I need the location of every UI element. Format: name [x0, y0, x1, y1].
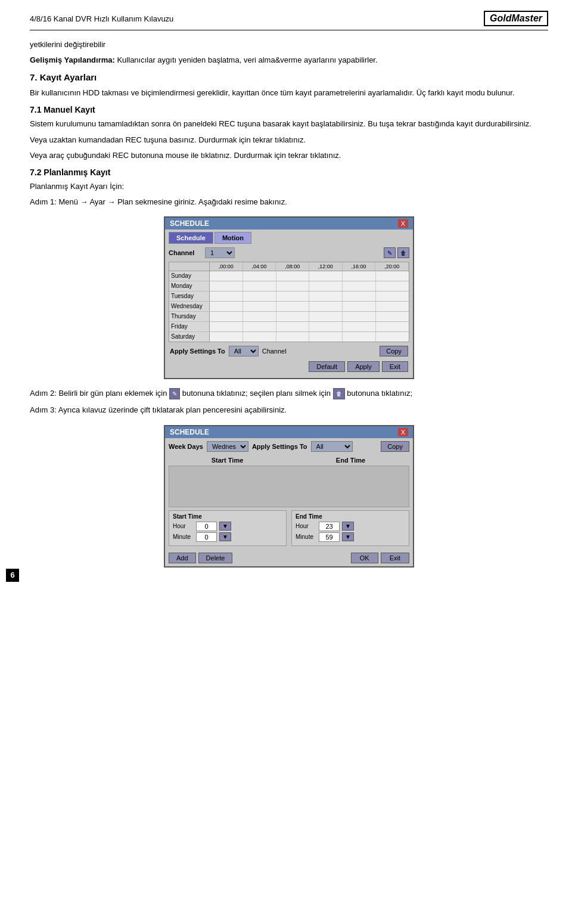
cell[interactable] — [210, 271, 243, 281]
cell[interactable] — [210, 292, 243, 301]
step1-text: Adım 1: Menü → Ayar → Plan sekmesine gir… — [30, 196, 548, 208]
apply-button[interactable]: Apply — [347, 361, 380, 372]
cell[interactable] — [276, 312, 310, 321]
schedule-tabs: Schedule Motion — [165, 230, 413, 244]
default-button[interactable]: Default — [309, 361, 345, 372]
delete-button[interactable]: Delete — [198, 553, 233, 563]
channel-select[interactable]: 1 — [205, 247, 235, 258]
cell[interactable] — [376, 271, 409, 281]
end-minute-value: 59 — [319, 532, 340, 542]
cell[interactable] — [210, 281, 243, 291]
end-minute-label: Minute — [296, 534, 316, 540]
day-saturday: Saturday — [169, 332, 210, 342]
cell[interactable] — [210, 332, 243, 342]
cell[interactable] — [309, 322, 343, 331]
tab-motion[interactable]: Motion — [214, 232, 251, 244]
time-label-0: ,00:00 — [210, 262, 243, 271]
start-hour-spin[interactable]: ▼ — [219, 522, 231, 531]
bottom-buttons-1: Default Apply Exit — [169, 359, 409, 374]
step3-block: Adım 3: Ayrıca kılavuz üzerinde çift tık… — [30, 404, 548, 416]
cell[interactable] — [343, 281, 376, 291]
channel-label: Channel — [169, 249, 201, 256]
cell[interactable] — [243, 322, 276, 331]
subsection71-p2: Veya uzaktan kumandadan REC tuşuna basın… — [30, 134, 548, 146]
sched2-top-row: Week Days Wednesda Apply Settings To All… — [165, 438, 413, 455]
add-button[interactable]: Add — [169, 553, 196, 563]
edit-icon[interactable]: ✎ — [384, 247, 396, 258]
day-sunday: Sunday — [169, 271, 210, 281]
exit-button-2[interactable]: Exit — [381, 553, 409, 563]
copy-button-2[interactable]: Copy — [381, 441, 409, 452]
schedule-close-btn-1[interactable]: X — [398, 219, 408, 228]
tab-schedule[interactable]: Schedule — [169, 232, 213, 244]
cell[interactable] — [309, 302, 343, 311]
copy-button-1[interactable]: Copy — [380, 346, 408, 356]
cell[interactable] — [243, 332, 276, 342]
cell[interactable] — [343, 312, 376, 321]
cell[interactable] — [276, 332, 310, 342]
step2-block: Adım 2: Belirli bir gün planı eklemek iç… — [30, 387, 548, 399]
cell[interactable] — [309, 281, 343, 291]
cell[interactable] — [243, 292, 276, 301]
section7-text: Bir kullanıcının HDD takması ve biçimlen… — [30, 87, 548, 99]
start-time-col: Start Time — [169, 457, 286, 464]
cell[interactable] — [309, 332, 343, 342]
cell[interactable] — [210, 302, 243, 311]
apply-settings-select[interactable]: All — [229, 346, 259, 356]
schedule-title-2: SCHEDULE — [170, 428, 209, 436]
end-hour-spin[interactable]: ▼ — [342, 522, 354, 531]
cell[interactable] — [276, 281, 310, 291]
schedule-close-btn-2[interactable]: X — [398, 428, 408, 436]
cell[interactable] — [276, 271, 310, 281]
header-title: 4/8/16 Kanal DVR Hızlı Kullanım Kılavuzu — [30, 14, 173, 23]
cell[interactable] — [343, 302, 376, 311]
delete-icon[interactable]: 🗑 — [397, 247, 409, 258]
cell[interactable] — [343, 271, 376, 281]
channel-text: Channel — [262, 348, 287, 355]
cell[interactable] — [376, 332, 409, 342]
cell[interactable] — [376, 312, 409, 321]
time-label-5: ,20:00 — [375, 262, 409, 271]
cell[interactable] — [243, 281, 276, 291]
cell[interactable] — [376, 292, 409, 301]
cell[interactable] — [376, 302, 409, 311]
cell[interactable] — [210, 322, 243, 331]
schedule-body-1: Channel 1 ✎ 🗑 ,00:00 ,04:00 ,08:00 — [165, 244, 413, 378]
schedule-title-1: SCHEDULE — [170, 219, 209, 228]
exit-button-1[interactable]: Exit — [382, 361, 408, 372]
cell[interactable] — [276, 292, 310, 301]
cell[interactable] — [276, 322, 310, 331]
end-hour-value: 23 — [319, 522, 340, 531]
cell[interactable] — [309, 271, 343, 281]
cell[interactable] — [276, 302, 310, 311]
apply-settings-select-2[interactable]: All — [311, 441, 353, 452]
subsection72-text: Planlanmış Kayıt Ayarı İçin: — [30, 181, 548, 193]
cell[interactable] — [309, 292, 343, 301]
end-hour-label: Hour — [296, 523, 316, 529]
cell[interactable] — [343, 292, 376, 301]
subsection71-p1: Sistem kurulumunu tamamladıktan sonra ön… — [30, 118, 548, 130]
cell[interactable] — [309, 312, 343, 321]
grid-row-saturday: Saturday — [169, 332, 409, 342]
cell[interactable] — [376, 281, 409, 291]
step2-after: butonuna tıklatınız; — [347, 389, 412, 398]
cell[interactable] — [376, 322, 409, 331]
cell[interactable] — [210, 312, 243, 321]
subsection72-block: Planlanmış Kayıt Ayarı İçin: Adım 1: Men… — [30, 181, 548, 208]
cell[interactable] — [343, 332, 376, 342]
cell[interactable] — [243, 271, 276, 281]
intro-block: yetkilerini değiştirebilir Gelişmiş Yapı… — [30, 39, 548, 66]
section7-title: 7. Kayıt Ayarları — [30, 72, 548, 82]
start-hour-value: 0 — [196, 522, 217, 531]
start-minute-spin[interactable]: ▼ — [219, 532, 231, 541]
header-brand: GoldMaster — [484, 11, 548, 26]
cell[interactable] — [343, 322, 376, 331]
start-minute-row: Minute 0 ▼ — [173, 532, 282, 542]
cell[interactable] — [243, 302, 276, 311]
ok-button[interactable]: OK — [351, 553, 378, 563]
weekdays-select[interactable]: Wednesda — [207, 441, 248, 452]
end-minute-spin[interactable]: ▼ — [342, 532, 354, 541]
grid-cells-tuesday — [210, 292, 409, 301]
grid-cells-friday — [210, 322, 409, 331]
cell[interactable] — [243, 312, 276, 321]
